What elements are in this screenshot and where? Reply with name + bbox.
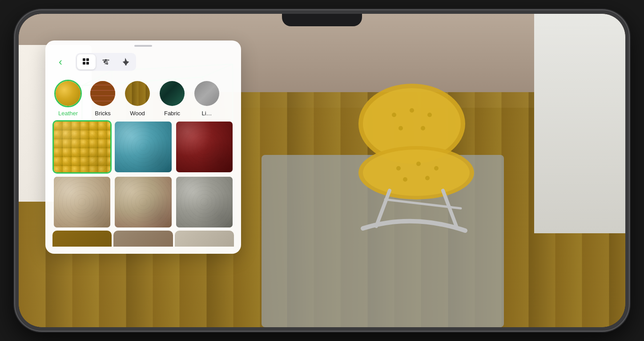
category-label-extra: Li… bbox=[201, 110, 212, 117]
grid-icon bbox=[82, 58, 90, 66]
category-circle-wood bbox=[124, 80, 151, 107]
category-item-bricks[interactable]: Bricks bbox=[87, 80, 118, 117]
fabric-texture-circle bbox=[160, 81, 185, 106]
back-button[interactable]: ‹ bbox=[52, 54, 68, 70]
dark-red-leather-swatch bbox=[176, 122, 233, 172]
material-yellow-leather[interactable] bbox=[52, 120, 112, 174]
brown-partial-swatch bbox=[52, 231, 112, 247]
leather-texture-overlay bbox=[176, 177, 233, 227]
svg-point-10 bbox=[416, 162, 421, 166]
leather-texture-overlay bbox=[115, 177, 171, 227]
svg-point-11 bbox=[434, 166, 439, 170]
yellow-leather-swatch bbox=[54, 122, 110, 172]
material-beige-1[interactable] bbox=[52, 175, 112, 229]
ar-chair bbox=[323, 70, 492, 240]
svg-rect-26 bbox=[83, 62, 85, 65]
category-row: Leather Bricks Wood bbox=[45, 76, 241, 118]
leather-texture-overlay bbox=[176, 122, 233, 172]
drag-handle bbox=[45, 41, 241, 49]
leather-texture-overlay bbox=[54, 122, 110, 172]
material-light-partial[interactable] bbox=[175, 231, 234, 247]
leather-texture-overlay bbox=[115, 122, 171, 172]
notch bbox=[282, 14, 362, 26]
svg-rect-25 bbox=[86, 58, 89, 61]
category-circle-extra bbox=[193, 80, 221, 107]
category-item-wood[interactable]: Wood bbox=[122, 80, 153, 117]
material-brown-partial[interactable] bbox=[52, 231, 112, 247]
screen: ‹ bbox=[19, 14, 625, 327]
svg-point-8 bbox=[363, 150, 470, 196]
extra-texture-circle bbox=[194, 81, 219, 106]
category-item-leather[interactable]: Leather bbox=[52, 80, 84, 117]
panel-toolbar: ‹ bbox=[45, 49, 241, 76]
material-grid bbox=[45, 118, 241, 229]
beige1-swatch bbox=[54, 177, 110, 227]
category-circle-fabric bbox=[158, 80, 186, 107]
svg-point-13 bbox=[425, 176, 430, 180]
svg-point-12 bbox=[403, 177, 407, 182]
pin-button[interactable] bbox=[116, 54, 135, 69]
material-beige-2[interactable] bbox=[113, 175, 173, 229]
svg-point-5 bbox=[398, 126, 403, 130]
light-partial-swatch bbox=[175, 231, 234, 247]
svg-rect-27 bbox=[86, 62, 89, 65]
pin-icon bbox=[121, 58, 129, 66]
material-dark-red-leather[interactable] bbox=[175, 120, 234, 174]
material-teal-leather[interactable] bbox=[113, 120, 173, 174]
toolbar-button-group bbox=[76, 53, 136, 71]
beige2-swatch bbox=[115, 177, 171, 227]
taupe-partial-swatch bbox=[113, 231, 173, 247]
leather-texture-circle bbox=[56, 81, 80, 106]
leather-texture-overlay bbox=[54, 177, 110, 227]
category-label-wood: Wood bbox=[130, 110, 145, 117]
material-gray-leather[interactable] bbox=[175, 175, 234, 229]
category-label-leather: Leather bbox=[58, 110, 78, 117]
grid-view-button[interactable] bbox=[77, 54, 96, 69]
category-item-fabric[interactable]: Fabric bbox=[157, 80, 188, 117]
svg-point-3 bbox=[410, 108, 414, 113]
svg-point-6 bbox=[421, 126, 425, 130]
back-chevron-icon: ‹ bbox=[59, 57, 62, 67]
category-circle-bricks bbox=[89, 80, 117, 107]
material-grid-partial bbox=[45, 229, 241, 247]
bricks-texture-circle bbox=[90, 81, 115, 106]
svg-point-4 bbox=[427, 113, 432, 117]
category-item-extra[interactable]: Li… bbox=[191, 80, 222, 117]
wood-texture-circle bbox=[125, 81, 150, 106]
material-panel: ‹ bbox=[45, 41, 241, 254]
svg-rect-24 bbox=[83, 58, 85, 61]
gray-leather-swatch bbox=[176, 177, 233, 227]
svg-point-2 bbox=[392, 113, 396, 117]
filter-button[interactable] bbox=[97, 54, 115, 69]
category-label-bricks: Bricks bbox=[95, 110, 110, 117]
phone-frame: ‹ bbox=[15, 10, 629, 331]
svg-point-9 bbox=[396, 166, 401, 170]
wall-right bbox=[534, 14, 625, 233]
teal-leather-swatch bbox=[115, 122, 171, 172]
filter-icon bbox=[102, 58, 110, 66]
drag-handle-bar bbox=[134, 45, 152, 47]
material-taupe-partial[interactable] bbox=[113, 231, 173, 247]
svg-point-33 bbox=[107, 63, 108, 65]
category-label-fabric: Fabric bbox=[164, 110, 180, 117]
category-circle-leather bbox=[54, 80, 82, 107]
